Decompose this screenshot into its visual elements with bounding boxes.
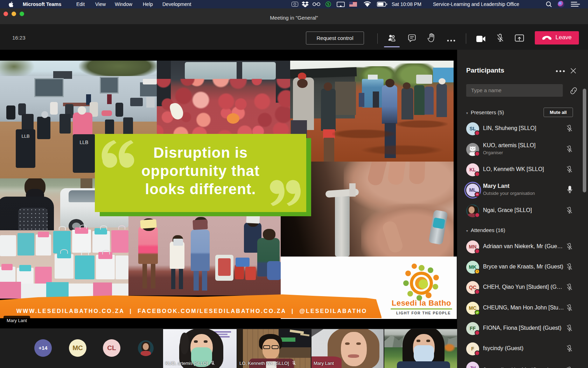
svg-text:S: S	[327, 2, 329, 6]
